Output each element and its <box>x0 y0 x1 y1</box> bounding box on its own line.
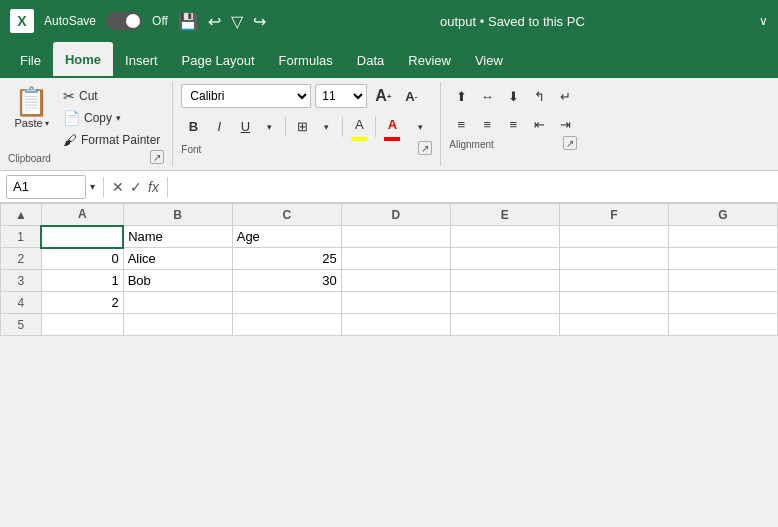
highlight-button[interactable]: A <box>347 112 371 136</box>
col-header-b[interactable]: B <box>123 204 232 226</box>
font-shrink-button[interactable]: A- <box>399 84 423 108</box>
cell-e3[interactable] <box>450 270 559 292</box>
font-family-select[interactable]: Calibri <box>181 84 311 108</box>
cell-b5[interactable] <box>123 314 232 336</box>
row-header-3[interactable]: 3 <box>1 270 42 292</box>
cell-reference-box[interactable]: A1 <box>6 175 86 199</box>
cell-d2[interactable] <box>341 248 450 270</box>
cell-c2[interactable]: 25 <box>232 248 341 270</box>
cell-c1[interactable]: Age <box>232 226 341 248</box>
underline-arrow-button[interactable]: ▾ <box>257 115 281 139</box>
col-header-c[interactable]: C <box>232 204 341 226</box>
cell-d5[interactable] <box>341 314 450 336</box>
cell-f4[interactable] <box>559 292 668 314</box>
redo-icon[interactable]: ↪ <box>253 12 266 31</box>
menu-home[interactable]: Home <box>53 42 113 78</box>
row-header-4[interactable]: 4 <box>1 292 42 314</box>
cell-a4[interactable]: 2 <box>41 292 123 314</box>
cell-e1[interactable] <box>450 226 559 248</box>
title-arrow[interactable]: ∨ <box>759 14 768 28</box>
menu-view[interactable]: View <box>463 42 515 78</box>
cell-b2[interactable]: Alice <box>123 248 232 270</box>
cell-a3[interactable]: 1 <box>41 270 123 292</box>
alignment-group-expand[interactable]: ↗ <box>563 136 577 150</box>
font-group-expand[interactable]: ↗ <box>418 141 432 155</box>
border-button[interactable]: ⊞ <box>290 115 314 139</box>
copy-dropdown-arrow[interactable]: ▾ <box>116 113 121 123</box>
formula-fx-icon[interactable]: fx <box>148 179 159 195</box>
font-color-arrow-button[interactable]: ▾ <box>408 115 432 139</box>
cell-a5[interactable] <box>41 314 123 336</box>
wrap-text-button[interactable]: ↵ <box>553 84 577 108</box>
clipboard-group-expand[interactable]: ↗ <box>150 150 164 164</box>
col-header-d[interactable]: D <box>341 204 450 226</box>
copy-button[interactable]: 📄 Copy ▾ <box>59 108 164 128</box>
align-left-button[interactable]: ≡ <box>449 112 473 136</box>
cell-e4[interactable] <box>450 292 559 314</box>
cell-e5[interactable] <box>450 314 559 336</box>
menu-insert[interactable]: Insert <box>113 42 170 78</box>
row-header-5[interactable]: 5 <box>1 314 42 336</box>
menu-page-layout[interactable]: Page Layout <box>170 42 267 78</box>
cell-c5[interactable] <box>232 314 341 336</box>
row-header-2[interactable]: 2 <box>1 248 42 270</box>
col-header-f[interactable]: F <box>559 204 668 226</box>
paste-button[interactable]: 📋 Paste ▾ <box>8 84 55 133</box>
cell-a1[interactable] <box>41 226 123 248</box>
menu-data[interactable]: Data <box>345 42 396 78</box>
cell-f5[interactable] <box>559 314 668 336</box>
underline-button[interactable]: U <box>233 115 257 139</box>
font-grow-button[interactable]: A+ <box>371 84 395 108</box>
formula-cancel-icon[interactable]: ✕ <box>112 179 124 195</box>
format-painter-button[interactable]: 🖌 Format Painter <box>59 130 164 150</box>
cut-button[interactable]: ✂ Cut <box>59 86 164 106</box>
cell-d3[interactable] <box>341 270 450 292</box>
save-icon[interactable]: 💾 <box>178 12 198 31</box>
cell-c3[interactable]: 30 <box>232 270 341 292</box>
customize-qat-icon[interactable]: ▽ <box>231 12 243 31</box>
undo-icon[interactable]: ↩ <box>208 12 221 31</box>
col-header-g[interactable]: G <box>668 204 777 226</box>
cell-g5[interactable] <box>668 314 777 336</box>
autosave-toggle[interactable] <box>106 12 142 30</box>
cell-g3[interactable] <box>668 270 777 292</box>
cell-f1[interactable] <box>559 226 668 248</box>
italic-button[interactable]: I <box>207 115 231 139</box>
cell-f3[interactable] <box>559 270 668 292</box>
menu-file[interactable]: File <box>8 42 53 78</box>
cell-b4[interactable] <box>123 292 232 314</box>
row-header-1[interactable]: 1 <box>1 226 42 248</box>
cell-b3[interactable]: Bob <box>123 270 232 292</box>
col-header-a[interactable]: A <box>41 204 123 226</box>
cell-g4[interactable] <box>668 292 777 314</box>
align-top-button[interactable]: ⬆ <box>449 84 473 108</box>
bold-button[interactable]: B <box>181 115 205 139</box>
formula-input[interactable] <box>176 179 772 194</box>
text-direction-button[interactable]: ↰ <box>527 84 551 108</box>
cell-ref-dropdown-arrow[interactable]: ▾ <box>90 181 95 192</box>
font-size-select[interactable]: 11 <box>315 84 367 108</box>
border-arrow-button[interactable]: ▾ <box>314 115 338 139</box>
cell-g2[interactable] <box>668 248 777 270</box>
cell-a2[interactable]: 0 <box>41 248 123 270</box>
align-bottom-button[interactable]: ⬇ <box>501 84 525 108</box>
cell-b1[interactable]: Name <box>123 226 232 248</box>
formula-confirm-icon[interactable]: ✓ <box>130 179 142 195</box>
align-middle-button[interactable]: ↔ <box>475 84 499 108</box>
menu-review[interactable]: Review <box>396 42 463 78</box>
cell-g1[interactable] <box>668 226 777 248</box>
cell-d1[interactable] <box>341 226 450 248</box>
corner-header[interactable]: ▲ <box>1 204 42 226</box>
cell-e2[interactable] <box>450 248 559 270</box>
align-right-button[interactable]: ≡ <box>501 112 525 136</box>
cell-f2[interactable] <box>559 248 668 270</box>
cell-c4[interactable] <box>232 292 341 314</box>
cell-d4[interactable] <box>341 292 450 314</box>
indent-decrease-button[interactable]: ⇤ <box>527 112 551 136</box>
font-color-button[interactable]: A <box>380 112 404 136</box>
col-header-e[interactable]: E <box>450 204 559 226</box>
paste-dropdown-arrow[interactable]: ▾ <box>45 119 49 128</box>
align-center-button[interactable]: ≡ <box>475 112 499 136</box>
menu-formulas[interactable]: Formulas <box>267 42 345 78</box>
indent-increase-button[interactable]: ⇥ <box>553 112 577 136</box>
